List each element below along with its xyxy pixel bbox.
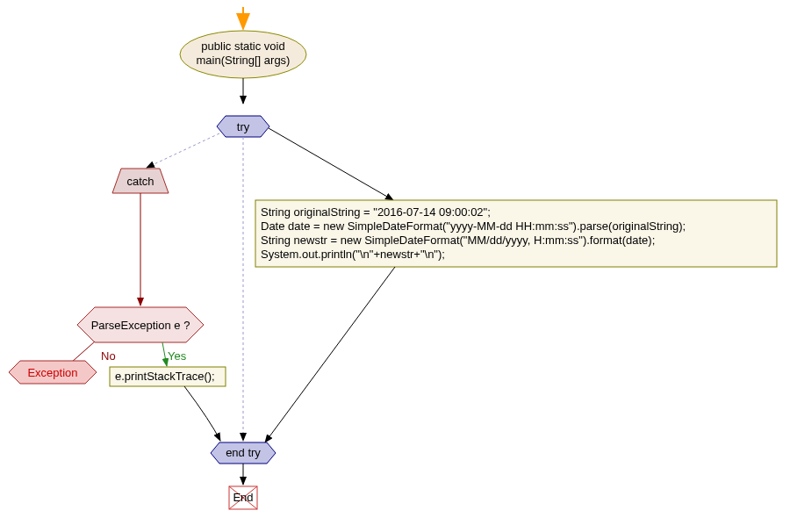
arrow-stacktrace-to-endtry [184,386,220,441]
arrow-code-to-endtry [265,267,395,442]
no-label: No [101,349,116,363]
method-header-line2: main(String[] args) [197,54,291,67]
arrow-decision-yes [162,342,167,366]
yes-label: Yes [168,349,187,363]
arrow-try-to-code [269,128,393,200]
code-line1: String originalString = "2016-07-14 09:0… [261,205,491,219]
catch-label: catch [126,175,154,188]
code-line3: String newstr = new SimpleDateFormat("MM… [261,234,655,247]
try-label: try [237,120,250,133]
stacktrace-label: e.printStackTrace(); [115,370,215,383]
arrow-try-to-catch [147,133,219,168]
decision-label: ParseException e ? [91,319,190,332]
end-try-label: end try [226,446,261,459]
code-line2: Date date = new SimpleDateFormat("yyyy-M… [261,219,686,233]
code-line4: System.out.println("\n"+newstr+"\n"); [261,248,445,261]
method-header-line1: public static void [201,40,284,53]
exception-label: Exception [27,366,77,379]
end-label: End [233,491,253,504]
